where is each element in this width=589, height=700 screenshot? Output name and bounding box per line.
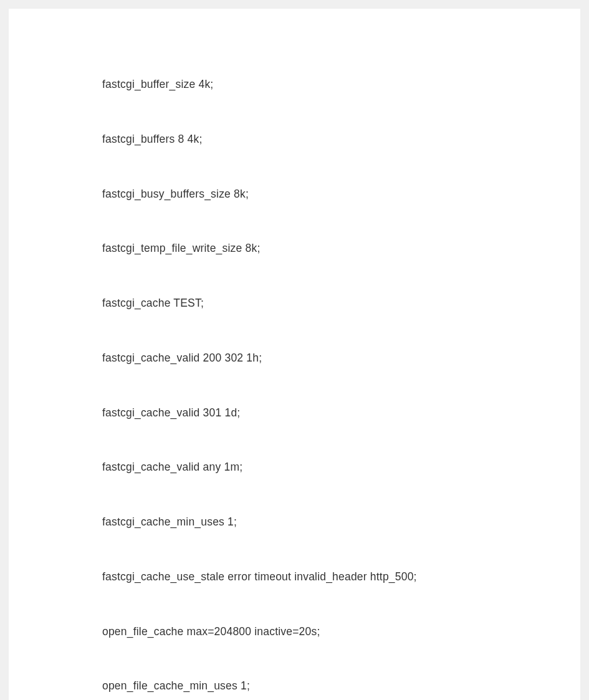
config-line: fastcgi_busy_buffers_size 8k; bbox=[102, 187, 487, 201]
config-line: fastcgi_cache_use_stale error timeout in… bbox=[102, 570, 487, 584]
config-line: fastcgi_cache_valid 301 1d; bbox=[102, 406, 487, 420]
document-page: fastcgi_buffer_size 4k; fastcgi_buffers … bbox=[9, 9, 580, 700]
config-line: fastcgi_cache_valid any 1m; bbox=[102, 460, 487, 474]
config-line: fastcgi_temp_file_write_size 8k; bbox=[102, 241, 487, 256]
config-line: open_file_cache max=204800 inactive=20s; bbox=[102, 625, 487, 639]
config-line: fastcgi_cache_min_uses 1; bbox=[102, 515, 487, 529]
config-line: fastcgi_cache_valid 200 302 1h; bbox=[102, 351, 487, 365]
config-line: fastcgi_buffer_size 4k; bbox=[102, 77, 487, 92]
config-line: fastcgi_cache TEST; bbox=[102, 296, 487, 310]
config-line: fastcgi_buffers 8 4k; bbox=[102, 132, 487, 146]
config-line: open_file_cache_min_uses 1; bbox=[102, 679, 487, 693]
